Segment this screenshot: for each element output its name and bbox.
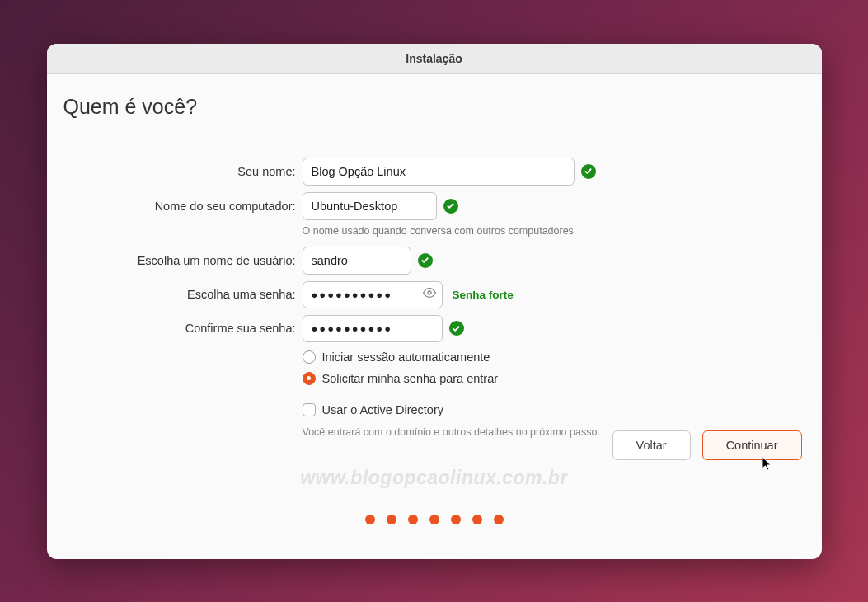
progress-dot bbox=[472, 515, 482, 524]
checkbox-active-directory[interactable]: Usar o Active Directory bbox=[303, 403, 805, 416]
checkbox-label-ad: Usar o Active Directory bbox=[322, 403, 443, 416]
installer-window: Instalação Quem é você? Seu nome: Nome d… bbox=[47, 44, 822, 559]
svg-point-0 bbox=[428, 291, 431, 294]
radio-icon-checked bbox=[303, 372, 316, 385]
window-titlebar: Instalação bbox=[47, 44, 822, 74]
check-icon bbox=[418, 253, 433, 268]
label-password: Escolha uma senha: bbox=[63, 288, 296, 301]
radio-icon bbox=[303, 350, 316, 364]
progress-dot bbox=[408, 515, 418, 524]
computer-helper-text: O nome usado quando conversa com outros … bbox=[303, 225, 805, 237]
radio-label-require: Solicitar minha senha para entrar bbox=[322, 372, 499, 385]
progress-dot bbox=[429, 515, 439, 524]
window-title: Instalação bbox=[406, 52, 462, 65]
check-icon bbox=[443, 199, 458, 214]
button-row: Voltar Continuar bbox=[612, 430, 802, 460]
page-heading: Quem é você? bbox=[63, 91, 805, 134]
content-area: Quem é você? Seu nome: Nome do seu compu… bbox=[47, 74, 822, 559]
back-button[interactable]: Voltar bbox=[612, 430, 691, 460]
computer-name-input[interactable] bbox=[303, 192, 437, 220]
password-input[interactable] bbox=[303, 281, 443, 308]
row-name: Seu nome: bbox=[63, 158, 805, 186]
progress-dot bbox=[365, 515, 375, 524]
username-input[interactable] bbox=[303, 247, 411, 275]
confirm-password-input[interactable] bbox=[303, 315, 443, 342]
label-username: Escolha um nome de usuário: bbox=[63, 254, 296, 267]
name-input[interactable] bbox=[303, 158, 575, 186]
radio-require-password[interactable]: Solicitar minha senha para entrar bbox=[303, 372, 805, 385]
progress-dot bbox=[451, 515, 461, 524]
progress-dot bbox=[387, 515, 396, 524]
password-wrap bbox=[303, 281, 443, 308]
radio-auto-login[interactable]: Iniciar sessão automaticamente bbox=[303, 350, 805, 364]
row-computer: Nome do seu computador: bbox=[63, 192, 805, 220]
row-username: Escolha um nome de usuário: bbox=[63, 247, 805, 275]
progress-dot bbox=[494, 515, 504, 524]
progress-dots bbox=[365, 515, 504, 524]
password-strength: Senha forte bbox=[453, 289, 514, 301]
watermark: www.blogopcaolinux.com.br bbox=[300, 467, 568, 489]
radio-label-auto: Iniciar sessão automaticamente bbox=[322, 350, 490, 364]
checkbox-icon bbox=[303, 403, 316, 416]
continue-button[interactable]: Continuar bbox=[702, 430, 802, 460]
label-confirm: Confirme sua senha: bbox=[63, 322, 296, 335]
label-name: Seu nome: bbox=[63, 165, 296, 178]
eye-icon[interactable] bbox=[423, 286, 436, 303]
check-icon bbox=[449, 321, 464, 336]
row-password: Escolha uma senha: Senha forte bbox=[63, 281, 805, 308]
row-confirm: Confirme sua senha: bbox=[63, 315, 805, 342]
check-icon bbox=[581, 164, 596, 179]
form: Seu nome: Nome do seu computador: O nome… bbox=[63, 158, 805, 438]
label-computer: Nome do seu computador: bbox=[63, 200, 296, 213]
